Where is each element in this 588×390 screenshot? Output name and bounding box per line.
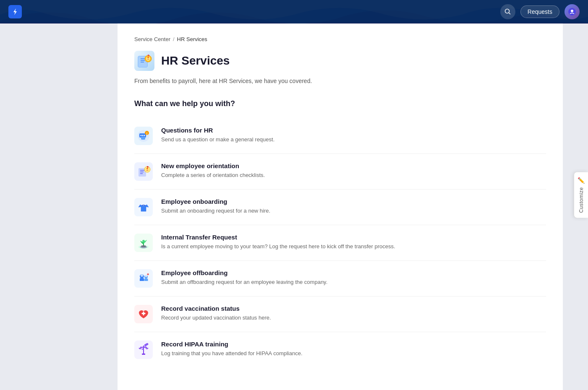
breadcrumb-parent[interactable]: Service Center <box>134 36 170 42</box>
svg-point-81 <box>145 275 147 277</box>
list-item[interactable]: New employee orientation Complete a seri… <box>134 154 546 190</box>
service-name: Questions for HR <box>161 127 546 134</box>
service-desc: Is a current employee moving to your tea… <box>161 242 546 251</box>
service-content-hipaa: Record HIPAA training Log training that … <box>161 341 546 358</box>
service-icon-transfer <box>134 234 153 252</box>
service-name: Record vaccination status <box>161 305 546 312</box>
svg-point-75 <box>142 240 145 242</box>
svg-text:!: ! <box>146 132 147 135</box>
service-desc: Send us a question or make a general req… <box>161 135 546 144</box>
svg-rect-91 <box>144 343 149 346</box>
customize-tab[interactable]: ✏️ Customize <box>574 172 588 218</box>
svg-point-77 <box>141 245 146 247</box>
customize-icon: ✏️ <box>578 177 585 184</box>
svg-point-44 <box>505 9 509 13</box>
service-content-offboarding: Employee offboarding Submit an offboardi… <box>161 269 546 286</box>
requests-button[interactable]: Requests <box>520 5 559 18</box>
service-content-transfer: Internal Transfer Request Is a current e… <box>161 234 546 251</box>
avatar[interactable] <box>564 4 580 19</box>
service-icon-onboarding <box>134 198 153 216</box>
service-icon-questions-hr: ! <box>134 127 153 145</box>
header-actions: Requests <box>500 4 580 19</box>
service-icon-offboarding <box>134 269 153 288</box>
list-item[interactable]: Internal Transfer Request Is a current e… <box>134 225 546 261</box>
service-desc: Complete a series of orientation checkli… <box>161 171 546 179</box>
service-content-onboarding: Employee onboarding Submit an onboarding… <box>161 198 546 215</box>
service-icon-orientation <box>134 162 153 181</box>
page-header: HR Services <box>134 51 546 71</box>
service-content-vaccination: Record vaccination status Record your up… <box>161 305 546 322</box>
list-item[interactable]: ! Questions for HR Send us a question or… <box>134 118 546 154</box>
service-content-questions-hr: Questions for HR Send us a question or m… <box>161 127 546 144</box>
service-name: Employee offboarding <box>161 269 546 276</box>
left-sidebar-bg <box>0 23 118 390</box>
service-desc: Log training that you have attended for … <box>161 349 546 358</box>
service-list: ! Questions for HR Send us a question or… <box>134 118 546 367</box>
svg-point-79 <box>141 274 143 277</box>
service-desc: Record your updated vaccination status h… <box>161 314 546 322</box>
service-name: Internal Transfer Request <box>161 234 546 241</box>
service-name: New employee orientation <box>161 162 546 169</box>
list-item[interactable]: Record HIPAA training Log training that … <box>134 332 546 367</box>
section-title: What can we help you with? <box>134 99 546 108</box>
svg-point-59 <box>141 135 142 136</box>
breadcrumb-current: HR Services <box>177 36 207 42</box>
svg-rect-90 <box>142 354 145 355</box>
svg-point-47 <box>571 10 573 12</box>
svg-point-60 <box>142 135 144 136</box>
app-logo[interactable] <box>8 5 22 18</box>
service-name: Record HIPAA training <box>161 341 546 348</box>
list-item[interactable]: Employee onboarding Submit an onboarding… <box>134 190 546 225</box>
breadcrumb: Service Center / HR Services <box>134 36 546 42</box>
svg-rect-62 <box>141 137 145 140</box>
header: Requests <box>0 0 588 23</box>
svg-point-61 <box>144 135 145 136</box>
svg-line-45 <box>509 13 510 15</box>
list-item[interactable]: Employee offboarding Submit an offboardi… <box>134 261 546 296</box>
service-desc: Submit an onboarding request for a new h… <box>161 207 546 215</box>
svg-point-54 <box>147 57 149 58</box>
service-icon-hipaa <box>134 341 153 359</box>
svg-rect-83 <box>142 313 146 314</box>
page-icon <box>134 51 154 71</box>
service-content-orientation: New employee orientation Complete a seri… <box>161 162 546 179</box>
service-icon-vaccination <box>134 305 153 323</box>
service-desc: Submit an offboarding request for an emp… <box>161 278 546 286</box>
svg-point-70 <box>146 168 148 169</box>
service-name: Employee onboarding <box>161 198 546 205</box>
search-button[interactable] <box>500 4 515 19</box>
list-item[interactable]: Record vaccination status Record your up… <box>134 296 546 332</box>
breadcrumb-separator: / <box>173 36 175 42</box>
main-panel: Service Center / HR Services <box>118 23 563 390</box>
svg-marker-43 <box>13 8 17 15</box>
page-title: HR Services <box>161 54 230 68</box>
customize-label: Customize <box>578 187 584 213</box>
page-description: From benefits to payroll, here at HR Ser… <box>134 78 546 84</box>
